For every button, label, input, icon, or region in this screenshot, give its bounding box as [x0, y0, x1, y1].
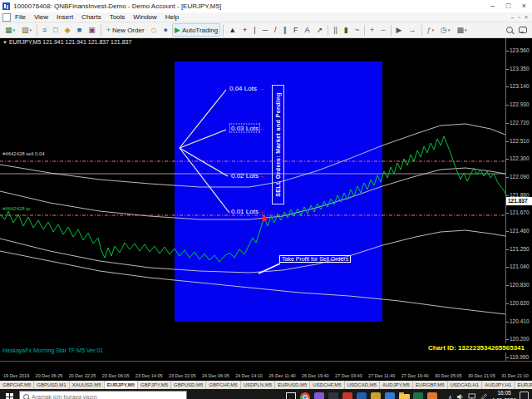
taskbar-clock[interactable]: 16:05 1.01.2020: [492, 390, 516, 399]
chart-tab-audjpy-m5[interactable]: AUDJPY,M5: [380, 381, 413, 389]
arrows-button[interactable]: ↗: [314, 23, 326, 37]
chart-tab-gbpusd-m1[interactable]: GBPUSD,M1: [34, 381, 69, 389]
terminal-button[interactable]: ■: [75, 23, 84, 37]
fibonacci-button[interactable]: F: [291, 23, 301, 37]
auto-scroll-button[interactable]: ▶: [394, 23, 405, 37]
trendline-button[interactable]: /: [272, 23, 279, 37]
chart-shift-icon: →: [409, 27, 416, 34]
system-tray: ∧: [448, 393, 487, 399]
price-axis-label: 119.990: [510, 354, 529, 360]
chart-tab-gbpjpy-m5[interactable]: GBPJPY,M5: [138, 381, 171, 389]
taskbar-app-app-orange[interactable]: [426, 389, 440, 399]
chart-shift-button[interactable]: →: [406, 23, 419, 37]
mdi-minimize-button[interactable]: –: [511, 14, 515, 20]
experts-button[interactable]: ●: [161, 23, 170, 37]
fibonacci-icon: F: [293, 27, 298, 34]
mdi-close-button[interactable]: ×: [525, 14, 528, 20]
taskbar-app-app-red[interactable]: [341, 389, 355, 399]
chart-tab-usdcad-h1[interactable]: USDCAD,H1: [448, 381, 483, 389]
chart-tab-gbpchf-m5[interactable]: GBPCHF,M5: [0, 381, 34, 389]
toolbar: ▦▾▧▾≡□◆■▣+New Order◇●▶AutoTrading▲+|─/∥F…: [0, 22, 532, 38]
zoom-in-button[interactable]: +: [367, 23, 377, 37]
community-chat-icon[interactable]: [519, 27, 527, 33]
line-chart-button[interactable]: ~: [352, 23, 362, 37]
taskbar-app-chrome[interactable]: [298, 389, 313, 399]
candlestick-chart-button[interactable]: ▮: [342, 23, 351, 37]
taskbar-app-file-explorer[interactable]: [397, 389, 411, 399]
taskbar-app-app-green[interactable]: [411, 389, 426, 399]
time-axis-label: 24 Dec 14:10: [235, 373, 263, 378]
taskbar-app-vscode[interactable]: [313, 389, 327, 399]
volume-icon[interactable]: [456, 393, 464, 399]
taskbar-app-app-blue2[interactable]: [383, 389, 397, 399]
taskbar-app-app-blue[interactable]: [355, 389, 369, 399]
menu-item-help[interactable]: Help: [161, 12, 183, 22]
chart-tab-usdchf-m5[interactable]: USDCHF,M5: [310, 381, 344, 389]
chart-tab-audjpy-h1[interactable]: AUDJPY,H1: [482, 381, 515, 389]
price-axis-label: 120.830: [510, 282, 530, 288]
data-window-button[interactable]: □: [51, 23, 60, 37]
cursor-button[interactable]: ▲: [226, 23, 239, 37]
menu-item-insert[interactable]: Insert: [52, 12, 77, 22]
horizontal-line-button[interactable]: ─: [260, 23, 270, 37]
indicators-button[interactable]: ƒ▾: [425, 23, 437, 37]
maximize-button[interactable]: □: [500, 0, 516, 12]
pen-icon[interactable]: [480, 393, 487, 399]
price-axis-label: 122.930: [510, 101, 530, 107]
metaeditor-button[interactable]: ◇: [149, 23, 160, 37]
chart-tab-eurgbp-m5[interactable]: EURGBP,M5: [413, 381, 448, 389]
start-button[interactable]: [0, 393, 19, 399]
chart-tab-gbpusd-m5[interactable]: GBPUSD,M5: [171, 381, 206, 389]
time-axis-label: 20 Dec 22:25: [69, 373, 96, 378]
navigator-button[interactable]: ◆: [62, 23, 73, 37]
menu-item-charts[interactable]: Charts: [77, 12, 106, 22]
vscode-icon: [314, 392, 324, 399]
notification-center-icon[interactable]: [520, 392, 529, 399]
minimize-button[interactable]: –: [485, 0, 500, 12]
vertical-line-button[interactable]: |: [251, 23, 258, 37]
channel-button[interactable]: ∥: [281, 23, 290, 37]
time-axis-label: 30 Dec 21:05: [468, 373, 495, 378]
taskbar-app-metatrader[interactable]: [369, 389, 383, 399]
chart-tab-eurjp[interactable]: EURJP: [515, 381, 532, 389]
templates-button[interactable]: ▩▾: [454, 23, 469, 37]
close-button[interactable]: ×: [516, 0, 532, 12]
take-profit-order-label: #4642428 tp: [2, 206, 30, 211]
indicators-icon: ƒ: [427, 27, 431, 34]
new-order-button[interactable]: +New Order: [104, 23, 147, 37]
network-icon[interactable]: [468, 393, 476, 399]
windows-taskbar: ∧ 16:05 1.01.2020: [0, 389, 532, 399]
autotrading-button[interactable]: ▶AutoTrading: [172, 23, 220, 37]
chart-tab-eurjpy-m5[interactable]: EURJPY,M5: [105, 381, 138, 389]
menu-item-tools[interactable]: Tools: [106, 12, 130, 22]
new-chart-button[interactable]: ▦▾: [2, 23, 17, 37]
bar-chart-button[interactable]: ||: [331, 23, 340, 37]
periods-button[interactable]: ◷▾: [438, 23, 452, 37]
search-icon[interactable]: [506, 27, 513, 33]
mdi-restore-button[interactable]: ▫: [518, 14, 520, 20]
text-button[interactable]: A: [303, 23, 313, 37]
chart-tab-eurusd-m5[interactable]: EURUSD,M5: [275, 381, 310, 389]
taskbar-app-task-view[interactable]: [284, 389, 298, 399]
chart-tab-usdpln-m5[interactable]: USDPLN,M5: [241, 381, 275, 389]
new-chart-icon: ▦: [5, 27, 12, 34]
zoom-out-button[interactable]: −: [378, 23, 387, 37]
chart-region[interactable]: ▼EURJPY,M5 121.941 121.941 121.837 121.8…: [0, 38, 532, 361]
menu-item-file[interactable]: File: [11, 12, 30, 22]
chart-tab-gbpchf-m5[interactable]: GBPCHF,M5: [206, 381, 240, 389]
profiles-button[interactable]: ▧▾: [19, 23, 34, 37]
crosshair-button[interactable]: +: [240, 23, 249, 37]
search-input[interactable]: [32, 394, 186, 399]
taskbar-app-app-dark[interactable]: [327, 389, 341, 399]
strategy-tester-button[interactable]: ▣: [86, 23, 98, 37]
menu-item-view[interactable]: View: [30, 12, 52, 22]
time-axis-label: 23 Dec 14:05: [135, 373, 163, 378]
hidden-icons-chevron[interactable]: ∧: [448, 394, 452, 399]
sell-orders-annotation-box: SELL Orders: Market and Pending: [272, 85, 284, 204]
market-watch-button[interactable]: ≡: [40, 23, 49, 37]
taskbar-search[interactable]: [19, 391, 187, 399]
search-icon: [23, 394, 29, 399]
chart-tab-xauusd-m5[interactable]: XAUUSD,M5: [70, 381, 105, 389]
menu-item-window[interactable]: Window: [129, 12, 160, 22]
chart-tab-usdcad-m5[interactable]: USDCAD,M5: [345, 381, 380, 389]
